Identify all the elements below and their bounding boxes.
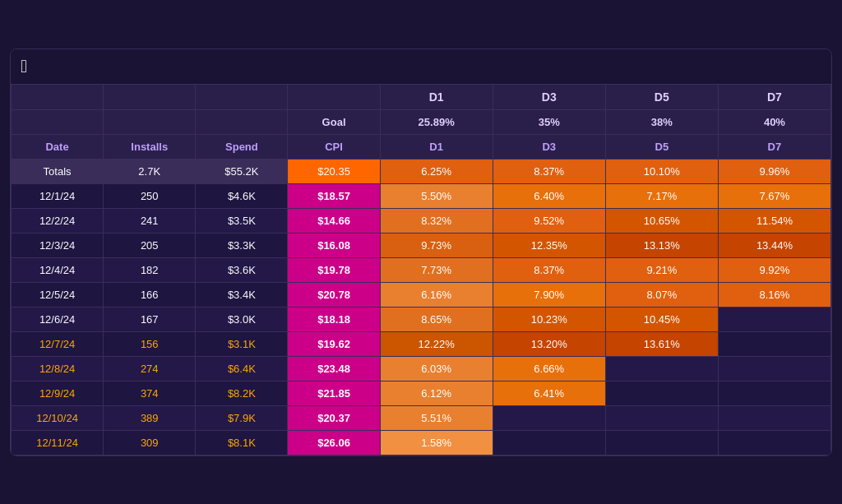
row-d5 <box>605 381 718 405</box>
row-d7: 9.92% <box>718 257 830 282</box>
analytics-table: D1 D3 D5 D7 Goal 25.89% 35% 38% 40% Date… <box>11 84 831 455</box>
spend-column-header: Spend <box>196 134 288 159</box>
row-d7 <box>718 381 830 405</box>
row-spend: $3.0K <box>196 307 288 331</box>
row-d5: 13.13% <box>605 233 718 257</box>
row-cpi: $14.66 <box>288 208 380 233</box>
row-spend: $3.3K <box>196 233 288 257</box>
empty-installs-goal <box>104 109 196 134</box>
table-row: 12/8/24274$6.4K$23.486.03%6.66% <box>12 356 831 381</box>
row-d1: 6.16% <box>380 282 493 307</box>
row-d3: 7.90% <box>493 282 605 307</box>
row-spend: $3.4K <box>196 282 288 307</box>
totals-row: Totals 2.7K $55.2K $20.35 6.25% 8.37% 10… <box>12 159 831 183</box>
row-cpi: $19.62 <box>288 331 380 356</box>
table-row: 12/7/24156$3.1K$19.6212.22%13.20%13.61% <box>12 331 831 356</box>
row-d3: 10.23% <box>493 307 605 331</box>
table-row: 12/5/24166$3.4K$20.786.16%7.90%8.07%8.16… <box>12 282 831 307</box>
row-d3: 12.35% <box>493 233 605 257</box>
row-d1: 7.73% <box>380 257 493 282</box>
goal-d1: 25.89% <box>380 109 493 134</box>
d5-column-header: D5 <box>605 134 718 159</box>
row-d1: 8.32% <box>380 208 493 233</box>
row-spend: $3.5K <box>196 208 288 233</box>
row-d3: 13.20% <box>493 331 605 356</box>
d1-column-header: D1 <box>380 134 493 159</box>
row-cpi: $19.78 <box>288 257 380 282</box>
row-d7 <box>718 331 830 356</box>
table-row: 12/11/24309$8.1K$26.061.58% <box>12 430 831 455</box>
row-spend: $3.6K <box>196 257 288 282</box>
table-row: 12/3/24205$3.3K$16.089.73%12.35%13.13%13… <box>12 233 831 257</box>
row-d7: 8.16% <box>718 282 830 307</box>
row-d7: 11.54% <box>718 208 830 233</box>
row-installs: 166 <box>104 282 196 307</box>
empty-spend-goal <box>196 109 288 134</box>
row-cpi: $18.57 <box>288 183 380 208</box>
row-installs: 309 <box>104 430 196 455</box>
row-installs: 274 <box>104 356 196 381</box>
totals-d7: 9.96% <box>718 159 830 183</box>
row-date: 12/3/24 <box>12 233 104 257</box>
row-date: 12/11/24 <box>12 430 104 455</box>
header-row:  <box>11 49 831 84</box>
row-d1: 5.51% <box>380 405 493 430</box>
row-date: 12/8/24 <box>12 356 104 381</box>
row-d5: 13.61% <box>605 331 718 356</box>
row-cpi: $20.78 <box>288 282 380 307</box>
row-spend: $3.1K <box>196 331 288 356</box>
row-spend: $4.6K <box>196 183 288 208</box>
row-date: 12/5/24 <box>12 282 104 307</box>
row-installs: 167 <box>104 307 196 331</box>
row-date: 12/1/24 <box>12 183 104 208</box>
d3-retention-header: D3 <box>493 84 605 109</box>
cpi-column-header: CPI <box>288 134 380 159</box>
installs-column-header: Installs <box>104 134 196 159</box>
row-d5: 10.45% <box>605 307 718 331</box>
row-d5: 7.17% <box>605 183 718 208</box>
row-date: 12/10/24 <box>12 405 104 430</box>
row-date: 12/4/24 <box>12 257 104 282</box>
goal-header-row: Goal 25.89% 35% 38% 40% <box>12 109 831 134</box>
table-row: 12/4/24182$3.6K$19.787.73%8.37%9.21%9.92… <box>12 257 831 282</box>
row-d5 <box>605 405 718 430</box>
row-d3: 6.66% <box>493 356 605 381</box>
row-date: 12/2/24 <box>12 208 104 233</box>
row-d7 <box>718 430 830 455</box>
table-row: 12/10/24389$7.9K$20.375.51% <box>12 405 831 430</box>
totals-spend: $55.2K <box>196 159 288 183</box>
row-cpi: $21.85 <box>288 381 380 405</box>
row-d5 <box>605 356 718 381</box>
row-date: 12/6/24 <box>12 307 104 331</box>
row-d1: 5.50% <box>380 183 493 208</box>
row-d3: 6.41% <box>493 381 605 405</box>
row-installs: 241 <box>104 208 196 233</box>
retention-header-row: D1 D3 D5 D7 <box>12 84 831 109</box>
row-d7: 13.44% <box>718 233 830 257</box>
totals-installs: 2.7K <box>104 159 196 183</box>
goal-d5: 38% <box>605 109 718 134</box>
row-d7: 7.67% <box>718 183 830 208</box>
row-d1: 6.12% <box>380 381 493 405</box>
row-installs: 389 <box>104 405 196 430</box>
table-row: 12/2/24241$3.5K$14.668.32%9.52%10.65%11.… <box>12 208 831 233</box>
table-row: 12/1/24250$4.6K$18.575.50%6.40%7.17%7.67… <box>12 183 831 208</box>
row-d1: 1.58% <box>380 430 493 455</box>
row-d3 <box>493 405 605 430</box>
d3-column-header: D3 <box>493 134 605 159</box>
row-installs: 182 <box>104 257 196 282</box>
totals-cpi: $20.35 <box>288 159 380 183</box>
goal-d3: 35% <box>493 109 605 134</box>
row-installs: 156 <box>104 331 196 356</box>
row-d7 <box>718 356 830 381</box>
row-cpi: $23.48 <box>288 356 380 381</box>
row-cpi: $16.08 <box>288 233 380 257</box>
totals-d5: 10.10% <box>605 159 718 183</box>
row-cpi: $26.06 <box>288 430 380 455</box>
row-cpi: $20.37 <box>288 405 380 430</box>
row-installs: 205 <box>104 233 196 257</box>
main-container:  D1 D3 D5 D7 Goal 25.89% 35% <box>10 49 832 456</box>
empty-date-goal <box>12 109 104 134</box>
row-date: 12/7/24 <box>12 331 104 356</box>
row-spend: $8.1K <box>196 430 288 455</box>
